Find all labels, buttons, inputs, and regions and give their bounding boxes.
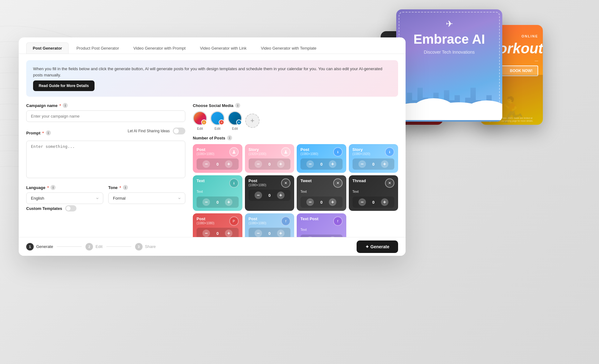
social-instagram-wrap: S Edit (193, 111, 207, 130)
step-2-circle: 2 (85, 243, 93, 250)
twitter-badge: ✕ (219, 119, 224, 125)
twitter-edit-label[interactable]: Edit (210, 127, 225, 130)
social-twitter-avatar[interactable]: ✕ (210, 111, 225, 125)
increment-btn-1[interactable]: + (225, 160, 232, 168)
increment-btn-10[interactable]: + (277, 230, 285, 237)
post-card-dark-post: Post (1080×1080) ✕ − 0 + (245, 175, 295, 211)
decrement-btn-7[interactable]: − (306, 198, 314, 206)
tab-video-template[interactable]: Video Generator with Template (254, 42, 323, 54)
svg-point-6 (285, 150, 287, 152)
posts-info-icon: i (227, 135, 232, 140)
campaign-name-input[interactable] (26, 110, 185, 122)
counter-val-5: 0 (215, 200, 220, 205)
post-card-instagram-story: Story (1920×1000) − 0 + (245, 144, 295, 173)
counter-val-9: 0 (215, 231, 220, 236)
instagram-edit-label[interactable]: Edit (193, 127, 207, 130)
counter-val-7: 0 (319, 200, 324, 205)
tone-label: Tone * i (108, 185, 185, 190)
instagram-badge: S (201, 119, 207, 125)
increment-btn-9[interactable]: + (225, 230, 232, 237)
prompt-textarea[interactable] (26, 141, 185, 178)
tone-select[interactable]: Formal Casual Professional (108, 192, 185, 204)
counter-row-2: − 0 + (249, 158, 291, 170)
add-social-button[interactable]: + (245, 114, 260, 128)
custom-templates-toggle[interactable] (65, 205, 76, 211)
tweet-card-subtext: Text (300, 190, 343, 194)
tab-product-post[interactable]: Product Post Generator (70, 42, 126, 54)
card-icon-11: f (333, 216, 343, 226)
custom-templates-label: Custom Templates (26, 206, 62, 211)
info-text: When you fill in the fields below and cl… (33, 66, 391, 78)
ai-toggle[interactable] (173, 128, 185, 134)
campaign-name-label: Campaign name * i (26, 103, 185, 108)
counter-row-4: − 0 + (353, 158, 395, 170)
counter-val-3: 0 (319, 162, 324, 167)
social-media-info-icon: i (235, 103, 240, 108)
social-linkedin-avatar[interactable]: in (228, 111, 242, 125)
card-icon-4: ℹ (385, 147, 394, 157)
decrement-btn-3[interactable]: − (306, 160, 314, 168)
decrement-btn-1[interactable]: − (202, 160, 210, 168)
post-card-linkedin-story: Story (1080×1920) ℹ − 0 + (349, 144, 398, 173)
counter-val-1: 0 (215, 162, 220, 167)
svg-rect-4 (396, 112, 502, 120)
social-instagram-avatar[interactable]: S (193, 111, 207, 125)
increment-btn-2[interactable]: + (277, 160, 285, 168)
post-card-thread: Thread ✕ Text − 0 + (349, 175, 398, 211)
prompt-label: Prompt * i (26, 130, 51, 135)
decrement-btn-6[interactable]: − (255, 192, 262, 199)
decrement-btn-4[interactable]: − (358, 160, 366, 168)
social-icons-row: S Edit ✕ Edit (193, 111, 398, 130)
increment-btn-8[interactable]: + (381, 198, 388, 206)
text-card-subtext: Text (197, 190, 239, 194)
card-icon-5: ℹ (229, 178, 239, 188)
prompt-info-icon: i (46, 130, 51, 135)
language-label: Language * i (26, 185, 103, 190)
text-post-subtext: Text (300, 228, 343, 232)
step-1-label: Generate (36, 244, 53, 249)
tab-video-link[interactable]: Video Generator with Link (193, 42, 253, 54)
decrement-btn-10[interactable]: − (255, 230, 262, 237)
card-icon-3: ℹ (333, 147, 343, 157)
counter-row-3: − 0 + (300, 158, 343, 170)
linkedin-badge: in (236, 119, 242, 125)
steps-row: 1 Generate 2 Edit 3 Share (26, 243, 156, 250)
step-2-label: Edit (95, 244, 102, 249)
increment-btn-7[interactable]: + (329, 198, 336, 206)
number-of-posts-label: Number of Posts i (193, 135, 398, 140)
counter-row-8: − 0 + (353, 197, 395, 208)
card-icon-2 (281, 147, 290, 157)
increment-btn-4[interactable]: + (381, 160, 388, 168)
read-guide-button[interactable]: Read Guide for More Details (33, 80, 95, 91)
step-3: 3 Share (135, 243, 156, 250)
card-icon-8: ✕ (385, 178, 394, 188)
increment-btn-5[interactable]: + (225, 198, 232, 206)
counter-val-6: 0 (267, 193, 272, 198)
decrement-btn-5[interactable]: − (202, 198, 210, 206)
social-linkedin-wrap: in Edit (228, 111, 242, 130)
increment-btn-3[interactable]: + (329, 160, 336, 168)
language-info-icon: i (51, 185, 56, 190)
decrement-btn-2[interactable]: − (255, 160, 262, 168)
language-select[interactable]: English Spanish French German (26, 192, 103, 204)
tab-post-generator[interactable]: Post Generator (26, 42, 69, 54)
info-banner: When you fill in the fields below and cl… (26, 60, 398, 97)
decrement-btn-9[interactable]: − (202, 230, 210, 237)
decrement-btn-8[interactable]: − (358, 198, 366, 206)
counter-row-7: − 0 + (300, 197, 343, 208)
post-card-text: Text ℹ Text − 0 + (193, 175, 242, 211)
linkedin-edit-label[interactable]: Edit (228, 127, 242, 130)
counter-row-5: − 0 + (197, 197, 239, 208)
tab-video-prompt[interactable]: Video Generator with Prompt (127, 42, 192, 54)
tabs-bar: Post Generator Product Post Generator Vi… (19, 37, 406, 54)
step-line-2 (106, 246, 131, 247)
bottom-bar: 1 Generate 2 Edit 3 Share ✦ Generate (19, 237, 406, 256)
svg-point-5 (233, 150, 235, 152)
campaign-info-icon: i (63, 103, 68, 108)
counter-val-10: 0 (267, 231, 272, 236)
post-card-tweet: Tweet ✕ Text − 0 + (297, 175, 346, 211)
social-media-section: Choose Social Media i S Edit (193, 103, 398, 130)
step-3-label: Share (145, 244, 156, 249)
generate-button[interactable]: ✦ Generate (357, 240, 398, 253)
increment-btn-6[interactable]: + (277, 192, 285, 199)
